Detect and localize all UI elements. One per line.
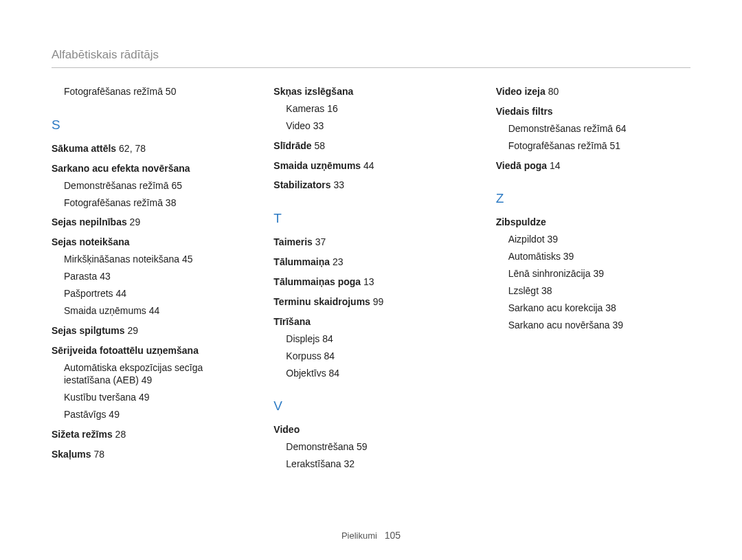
entry-label: Video izeja bbox=[496, 86, 546, 97]
index-entry: Viedais filtrs bbox=[496, 105, 690, 118]
entry-label: Taimeris bbox=[273, 236, 313, 247]
column-1: Fotografēšanas režīmā 50 S Sākuma attēls… bbox=[52, 85, 246, 471]
index-entry: Zibspuldze bbox=[496, 216, 690, 229]
entry-pages: 29 bbox=[130, 216, 141, 227]
entry-pages: 33 bbox=[333, 179, 344, 190]
index-entry: Video izeja 80 bbox=[496, 85, 690, 98]
entry-pages: 99 bbox=[373, 296, 384, 307]
index-subentry: Demonstrēšanas režīmā 65 bbox=[64, 179, 246, 192]
index-entry: Smaida uzņēmums 44 bbox=[273, 159, 468, 172]
index-subentry: Aizpildot 39 bbox=[508, 233, 690, 246]
index-entry: Sarkano acu efekta novēršana bbox=[52, 162, 246, 175]
index-subentry: Kustību tveršana 49 bbox=[64, 391, 246, 404]
index-subentry: Mirkšķināšanas noteikšana 45 bbox=[64, 253, 246, 266]
index-subentry: Displejs 84 bbox=[286, 333, 468, 346]
section-letter-t: T bbox=[273, 211, 468, 226]
entry-label: Sejas spilgtums bbox=[52, 325, 125, 336]
entry-label: Sejas nepilnības bbox=[52, 216, 127, 227]
index-subentry: Korpuss 84 bbox=[286, 350, 468, 363]
index-subentry: Automātiska ekspozīcijas secīga iestatīš… bbox=[64, 361, 246, 388]
entry-label: Slīdrāde bbox=[273, 140, 311, 151]
column-3: Video izeja 80 Viedais filtrs Demonstrēš… bbox=[496, 85, 690, 471]
index-entry: Video bbox=[273, 423, 468, 436]
index-entry: Stabilizators 33 bbox=[273, 179, 468, 192]
entry-pages: 29 bbox=[127, 325, 138, 336]
index-entry: Slīdrāde 58 bbox=[273, 139, 468, 153]
index-subentry: Sarkano acu korekcija 38 bbox=[508, 302, 690, 315]
index-subentry: Kameras 16 bbox=[286, 102, 468, 115]
index-entry: Sejas nepilnības 29 bbox=[52, 216, 246, 229]
index-entry: Sērijveida fotoattēlu uzņemšana bbox=[52, 344, 246, 357]
index-subentry: Automātisks 39 bbox=[508, 250, 690, 263]
index-columns: Fotografēšanas režīmā 50 S Sākuma attēls… bbox=[52, 85, 690, 471]
index-entry: Taimeris 37 bbox=[273, 236, 468, 249]
entry-label: Terminu skaidrojums bbox=[273, 296, 370, 307]
entry-pages: 78 bbox=[93, 449, 104, 460]
entry-pages: 13 bbox=[363, 276, 374, 287]
entry-label: Tālummaiņa bbox=[273, 256, 330, 267]
index-entry: Skņas izslēgšana bbox=[273, 85, 468, 98]
index-subentry: Fotografēšanas režīmā 38 bbox=[64, 197, 246, 210]
index-entry: Tīrīšana bbox=[273, 315, 468, 328]
entry-label: Skaļums bbox=[52, 449, 91, 460]
index-subentry: Lerakstīšana 32 bbox=[286, 458, 468, 471]
index-subentry: Video 33 bbox=[286, 120, 468, 133]
page-number: 105 bbox=[385, 530, 401, 541]
entry-pages: 62, 78 bbox=[119, 143, 146, 154]
index-entry: Sejas spilgtums 29 bbox=[52, 324, 246, 337]
entry-pages: 28 bbox=[115, 429, 126, 440]
entry-label: Sižeta režīms bbox=[52, 429, 113, 440]
entry-label: Stabilizators bbox=[273, 179, 330, 190]
entry-pages: 23 bbox=[333, 256, 344, 267]
footer-label: Pielikumi bbox=[341, 530, 377, 541]
index-subentry: Fotografēšanas režīmā 50 bbox=[64, 85, 246, 98]
section-letter-z: Z bbox=[496, 191, 690, 206]
entry-label: Sākuma attēls bbox=[52, 143, 116, 154]
index-subentry: Pastāvīgs 49 bbox=[64, 408, 246, 421]
entry-pages: 14 bbox=[550, 160, 561, 171]
column-2: Skņas izslēgšana Kameras 16 Video 33 Slī… bbox=[273, 85, 468, 471]
index-entry: Tālummaiņa 23 bbox=[273, 256, 468, 269]
index-subentry: Parasta 43 bbox=[64, 270, 246, 283]
page-header: Alfabētiskais rādītājs bbox=[52, 48, 690, 68]
entry-label: Viedā poga bbox=[496, 160, 547, 171]
index-subentry: Lzslēgt 38 bbox=[508, 284, 690, 298]
index-subentry: Pašportrets 44 bbox=[64, 287, 246, 300]
entry-label: Tālummaiņas poga bbox=[273, 276, 361, 287]
index-entry: Skaļums 78 bbox=[52, 448, 246, 461]
index-entry: Sākuma attēls 62, 78 bbox=[52, 142, 246, 155]
index-entry: Terminu skaidrojums 99 bbox=[273, 295, 468, 309]
index-subentry: Objektīvs 84 bbox=[286, 367, 468, 380]
entry-pages: 37 bbox=[315, 236, 326, 247]
section-letter-s: S bbox=[52, 117, 246, 133]
entry-pages: 58 bbox=[314, 140, 325, 151]
index-entry: Viedā poga 14 bbox=[496, 159, 690, 172]
index-entry: Tālummaiņas poga 13 bbox=[273, 276, 468, 289]
page-footer: Pielikumi 105 bbox=[0, 530, 742, 541]
index-subentry: Smaida uzņēmums 44 bbox=[64, 304, 246, 317]
section-letter-v: V bbox=[273, 399, 468, 414]
index-entry: Sejas noteikšana bbox=[52, 236, 246, 249]
entry-pages: 44 bbox=[363, 160, 374, 171]
index-subentry: Demonstrēšanas režīmā 64 bbox=[508, 122, 690, 135]
index-subentry: Demonstrēšana 59 bbox=[286, 440, 468, 453]
index-entry: Sižeta režīms 28 bbox=[52, 428, 246, 441]
index-subentry: Fotografēšanas režīmā 51 bbox=[508, 139, 690, 153]
index-subentry: Sarkano acu novēršana 39 bbox=[508, 319, 690, 332]
entry-label: Smaida uzņēmums bbox=[273, 160, 361, 171]
entry-pages: 80 bbox=[548, 86, 559, 97]
index-subentry: Lēnā sinhronizācija 39 bbox=[508, 267, 690, 280]
